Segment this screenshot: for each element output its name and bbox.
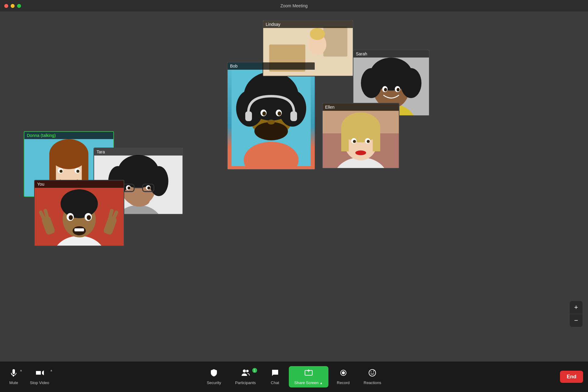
svg-point-50 [59, 170, 62, 173]
participant-video-ellen [323, 103, 399, 168]
toolbar: ▲ Mute ▲ Stop Video Security [0, 362, 588, 392]
svg-point-88 [371, 372, 372, 373]
record-icon [339, 369, 348, 379]
svg-point-13 [267, 120, 275, 124]
svg-point-51 [76, 170, 80, 173]
record-button[interactable]: Record [331, 366, 355, 387]
participant-tile-you[interactable]: You [34, 180, 124, 246]
svg-point-41 [367, 140, 370, 143]
participant-name-lindsay: Lindsay [263, 21, 353, 28]
svg-rect-6 [245, 111, 252, 121]
reactions-button[interactable]: Reactions [358, 366, 387, 387]
svg-point-65 [147, 187, 151, 190]
participant-name-donna: Donna (talking) [24, 132, 113, 139]
toolbar-center: Security 1 Participants Chat [201, 366, 387, 387]
svg-point-19 [310, 28, 325, 40]
svg-rect-77 [74, 228, 84, 231]
svg-point-25 [401, 68, 422, 98]
participant-video-you [35, 180, 124, 246]
minimize-button[interactable] [11, 4, 15, 8]
svg-point-8 [254, 122, 288, 140]
svg-point-89 [373, 372, 374, 373]
end-button[interactable]: End [560, 371, 583, 383]
participant-name-tara: Tara [94, 148, 182, 156]
share-screen-icon [304, 369, 313, 379]
record-label: Record [337, 380, 350, 385]
svg-rect-7 [290, 111, 297, 121]
svg-point-12 [278, 111, 281, 116]
svg-point-64 [127, 187, 130, 190]
mute-icon [9, 369, 18, 379]
window-title: Zoom Meeting [280, 3, 307, 8]
mute-label: Mute [9, 380, 18, 385]
chat-label: Chat [271, 380, 279, 385]
share-screen-label: Share Screen ▲ [294, 380, 323, 385]
participant-name-you: You [35, 180, 124, 188]
svg-point-82 [243, 369, 246, 373]
reactions-icon [368, 369, 377, 379]
participant-tile-ellen[interactable]: Ellen [322, 103, 399, 169]
zoom-in-button[interactable]: + [570, 301, 583, 314]
svg-rect-15 [323, 26, 347, 57]
participants-label: Participants [235, 380, 256, 385]
mute-button[interactable]: ▲ Mute [3, 366, 24, 387]
chat-icon [271, 369, 279, 379]
toolbar-left: ▲ Mute ▲ Stop Video [0, 362, 55, 392]
svg-point-11 [262, 111, 266, 116]
maximize-button[interactable] [17, 4, 21, 8]
participant-name-ellen: Ellen [323, 103, 399, 111]
security-button[interactable]: Security [201, 366, 227, 387]
svg-point-80 [69, 215, 73, 220]
video-chevron: ▲ [50, 369, 53, 372]
svg-rect-46 [49, 154, 56, 181]
share-screen-button[interactable]: Share Screen ▲ [289, 366, 328, 387]
svg-point-28 [384, 88, 387, 92]
stop-video-button[interactable]: ▲ Stop Video [24, 366, 55, 387]
svg-point-86 [342, 371, 345, 374]
video-icon [35, 369, 44, 379]
stop-video-label: Stop Video [30, 380, 49, 385]
participant-video-bob [228, 62, 315, 169]
svg-rect-47 [82, 154, 88, 181]
svg-point-81 [87, 215, 91, 220]
zoom-out-button[interactable]: − [570, 314, 583, 327]
participant-name-bob: Bob [228, 62, 315, 70]
svg-rect-36 [373, 127, 380, 151]
security-label: Security [207, 380, 221, 385]
reactions-label: Reactions [364, 380, 381, 385]
participants-count: 1 [252, 368, 257, 373]
main-area: Bob [0, 12, 588, 362]
chat-button[interactable]: Chat [264, 366, 286, 387]
security-icon [210, 369, 218, 379]
zoom-controls: + − [570, 301, 583, 327]
title-bar: Zoom Meeting [0, 0, 588, 12]
svg-rect-35 [341, 127, 349, 151]
participants-icon [241, 369, 250, 379]
svg-point-29 [397, 88, 400, 92]
participant-name-sarah: Sarah [353, 50, 429, 58]
svg-point-40 [353, 140, 356, 143]
svg-point-83 [246, 370, 249, 372]
svg-point-24 [361, 68, 382, 98]
close-button[interactable] [4, 4, 8, 8]
participant-tile-bob[interactable]: Bob [227, 62, 315, 170]
traffic-lights [4, 4, 21, 8]
toolbar-right: End [560, 362, 588, 392]
svg-point-61 [129, 194, 150, 206]
mute-chevron: ▲ [19, 369, 23, 372]
svg-point-69 [61, 189, 98, 218]
participants-button[interactable]: 1 Participants [230, 366, 261, 387]
svg-point-37 [355, 150, 366, 155]
